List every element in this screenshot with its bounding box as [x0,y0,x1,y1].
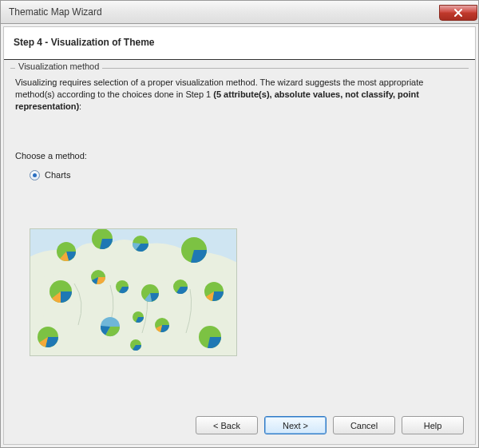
window-title: Thematic Map Wizard [9,6,102,18]
back-button[interactable]: < Back [196,416,258,434]
visualization-method-group: Visualization method Visualizing require… [10,68,469,405]
close-icon [453,8,463,18]
cancel-button[interactable]: Cancel [333,416,395,434]
help-button[interactable]: Help [402,416,464,434]
radio-charts-row[interactable]: Charts [30,170,464,180]
step-header: Step 4 - Visualization of Theme [4,27,475,60]
group-label: Visualization method [15,61,102,71]
close-button[interactable] [439,5,477,21]
next-button[interactable]: Next > [264,416,327,434]
button-bar: < Back Next > Cancel Help [4,408,475,444]
titlebar: Thematic Map Wizard [0,0,479,24]
intro-text: Visualizing requires selection of a prop… [15,77,464,113]
window-body: Step 4 - Visualization of Theme Visualiz… [0,24,479,448]
group-frame: Visualizing requires selection of a prop… [10,68,469,405]
inner-panel: Step 4 - Visualization of Theme Visualiz… [3,26,476,445]
method-preview [30,228,237,356]
radio-charts-label: Charts [45,170,70,180]
map-preview-svg [30,229,237,356]
choose-method-label: Choose a method: [15,151,464,161]
intro-suffix: : [79,101,81,111]
radio-charts[interactable] [30,170,40,180]
step-title: Step 4 - Visualization of Theme [14,37,465,48]
